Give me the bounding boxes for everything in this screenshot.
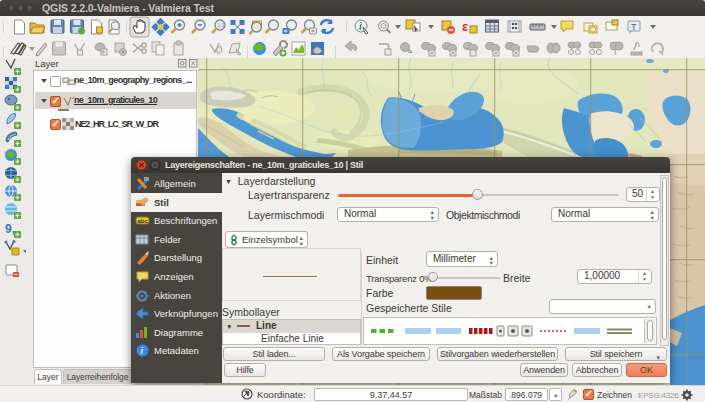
svg-text:1:1: 1:1 (218, 22, 225, 28)
svg-text:ε: ε (462, 19, 468, 34)
svg-text:9,: 9, (5, 222, 15, 236)
svg-text:i: i (359, 21, 362, 32)
svg-text:T: T (631, 22, 637, 32)
svg-text:abc: abc (138, 218, 149, 224)
